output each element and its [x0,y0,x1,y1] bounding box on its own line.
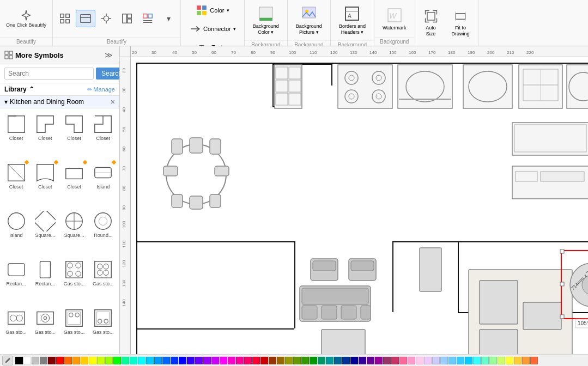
color-swatch[interactable] [326,357,334,364]
color-swatch[interactable] [122,357,129,364]
one-click-beautify-btn[interactable]: One Click Beautify [2,7,50,30]
canvas-area[interactable]: 20 30 40 50 60 70 80 90 100 110 120 130 … [120,46,588,354]
color-swatch[interactable] [514,357,522,364]
symbol-island-2[interactable]: Island [2,208,30,255]
color-swatch[interactable] [277,357,284,364]
color-swatch[interactable] [146,357,154,364]
color-swatch[interactable] [481,357,489,364]
color-swatch[interactable] [473,357,481,364]
color-swatch[interactable] [367,357,374,364]
color-swatch[interactable] [130,357,137,364]
search-input[interactable] [4,68,94,80]
color-swatch[interactable] [408,357,415,364]
category-close-btn[interactable]: × [111,98,115,106]
color-swatch[interactable] [310,357,317,364]
color-btn[interactable]: Color ▾ [191,2,234,19]
symbol-closet-6[interactable]: Closet [31,159,59,206]
color-swatch[interactable] [391,357,399,364]
symbol-rectan-2[interactable]: Rectan... [31,256,59,303]
color-swatch[interactable] [440,357,448,364]
color-swatch[interactable] [506,357,513,364]
color-swatch[interactable] [15,357,23,364]
layout-btn-3[interactable] [96,10,116,27]
canvas-content[interactable]: 714mm x 767mm 105° [131,57,588,354]
symbol-gas-3[interactable]: Gas sto... [2,304,30,352]
symbol-closet-1[interactable]: Closet [2,111,30,158]
color-swatch[interactable] [465,357,472,364]
fit-drawing-btn[interactable]: Fit toDrawing [446,6,476,40]
color-swatch[interactable] [236,357,244,364]
color-swatch[interactable] [260,357,268,364]
symbol-round[interactable]: Round... [89,208,117,255]
symbol-closet-7[interactable]: Closet [60,159,88,206]
color-swatch[interactable] [383,357,391,364]
bg-picture-btn[interactable]: BackgroundPicture ▾ [290,2,328,38]
symbol-gas-5[interactable]: Gas sto... [60,304,88,352]
color-swatch[interactable] [269,357,276,364]
symbol-gas-6[interactable]: Gas sto... [89,304,117,352]
color-swatch[interactable] [244,357,252,364]
manage-link[interactable]: ✏ Manage [87,86,115,93]
color-swatch[interactable] [211,357,219,364]
color-swatch[interactable] [416,357,423,364]
connector-btn[interactable]: Connector ▾ [185,20,240,38]
bg-color-btn[interactable]: BackgroundColor ▾ [247,2,285,38]
color-swatch[interactable] [179,357,186,364]
auto-size-btn[interactable]: AutoSize [417,6,445,40]
color-swatch[interactable] [350,357,358,364]
symbol-gas-2[interactable]: Gas sto... [89,256,117,303]
color-swatch[interactable] [81,357,88,364]
layout-btn-2[interactable] [76,10,95,27]
color-swatch[interactable] [522,357,530,364]
watermark-btn[interactable]: W Watermark [377,4,413,34]
symbol-closet-2[interactable]: Closet [31,111,59,158]
color-swatch[interactable] [457,357,464,364]
color-swatch[interactable] [56,357,64,364]
color-swatch[interactable] [293,357,301,364]
symbol-gas-1[interactable]: Gas sto... [60,256,88,303]
color-swatch[interactable] [40,357,47,364]
color-swatch[interactable] [301,357,309,364]
symbol-rectan-1[interactable]: Rectan... [2,256,30,303]
color-swatch[interactable] [424,357,432,364]
color-swatch[interactable] [252,357,260,364]
color-swatch[interactable] [195,357,203,364]
color-swatch[interactable] [89,357,96,364]
color-swatch[interactable] [342,357,350,364]
layout-btn-4[interactable] [117,10,137,27]
color-swatch[interactable] [187,357,195,364]
color-swatch[interactable] [399,357,407,364]
search-button[interactable]: Search [96,68,120,80]
color-swatch[interactable] [97,357,105,364]
color-swatch[interactable] [113,357,121,364]
layout-btn-5[interactable] [138,10,157,27]
borders-btn[interactable]: A Borders andHeaders ▾ [333,2,372,38]
color-swatch[interactable] [228,357,235,364]
color-swatch[interactable] [23,357,31,364]
color-swatch[interactable] [432,357,440,364]
sidebar-collapse-btn[interactable]: ≫ [102,50,115,60]
symbol-square-1[interactable]: Square... [31,208,59,255]
color-swatch[interactable] [162,357,170,364]
color-swatch[interactable] [489,357,497,364]
color-swatch[interactable] [64,357,72,364]
color-swatch[interactable] [530,357,538,364]
color-swatch[interactable] [203,357,211,364]
color-swatch[interactable] [220,357,227,364]
color-swatch[interactable] [105,357,113,364]
color-swatch[interactable] [72,357,80,364]
color-swatch[interactable] [138,357,146,364]
color-swatch[interactable] [171,357,178,364]
symbol-closet-4[interactable]: Closet [89,111,117,158]
color-swatch[interactable] [448,357,456,364]
symbol-square-2[interactable]: Square... [60,208,88,255]
color-swatch[interactable] [32,357,39,364]
color-swatch[interactable] [334,357,342,364]
color-swatch[interactable] [375,357,383,364]
color-tool-btn[interactable] [2,356,13,365]
symbol-closet-3[interactable]: Closet [60,111,88,158]
color-swatch[interactable] [498,357,505,364]
symbol-island[interactable]: Island [89,159,117,206]
color-swatch[interactable] [154,357,162,364]
color-swatch[interactable] [318,357,325,364]
